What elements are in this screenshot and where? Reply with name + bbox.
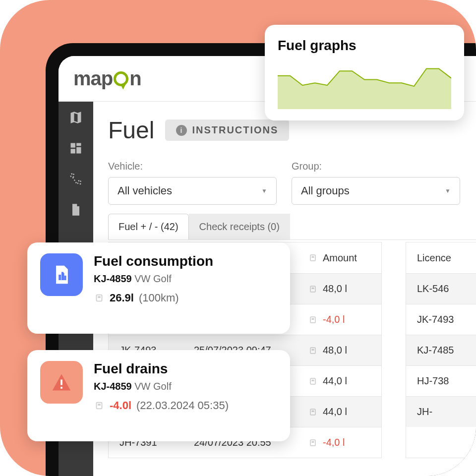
cell-amount: 48,0 l [297, 336, 381, 365]
svg-rect-13 [312, 441, 314, 442]
logo-o-icon [114, 71, 128, 86]
file-icon[interactable] [69, 203, 83, 217]
chip-icon [308, 253, 318, 263]
svg-rect-3 [312, 287, 314, 289]
cell-licence: JK-7493 [406, 305, 476, 334]
logo: map n [73, 67, 141, 90]
fuel-graph [278, 61, 451, 109]
vehicle-select-value: All vehicles [118, 184, 172, 197]
th-amount: Amount [297, 243, 381, 273]
logo-text-post: n [129, 67, 141, 90]
tab-fuel-pm[interactable]: Fuel + / - (42) [108, 214, 189, 239]
dashboard-icon[interactable] [69, 141, 83, 155]
table-licences: Licence LK-546JK-7493KJ-7485HJ-738JH- [406, 242, 476, 458]
svg-rect-9 [312, 379, 314, 381]
page-title-row: Fuel i INSTRUCTIONS [108, 117, 476, 144]
fd-licence: KJ-4859 [94, 381, 132, 392]
fuel-graphs-title: Fuel graphs [278, 38, 451, 54]
fd-extra: (22.03.2024 05:35) [136, 399, 229, 412]
vehicle-filter-label: Vehicle: [108, 161, 277, 172]
tabs: Fuel + / - (42) Check receipts (0) [108, 214, 476, 240]
chip-icon [94, 293, 105, 303]
cell-amount: -4,0 l [297, 428, 381, 457]
svg-rect-22 [60, 380, 62, 385]
group-filter-label: Group: [292, 161, 460, 172]
table-row[interactable]: JH- [406, 396, 476, 427]
th-licence-2: Licence [406, 243, 476, 273]
fd-metric: -4.0l (22.03.2024 05:35) [94, 399, 229, 412]
fd-title: Fuel drains [94, 361, 229, 377]
fc-title: Fuel consumption [94, 253, 213, 269]
cell-licence: KJ-7485 [406, 336, 476, 365]
cell-amount: 44,0 l [297, 397, 381, 426]
svg-rect-23 [60, 387, 62, 389]
filters: Vehicle: All vehicles ▼ Group: All group… [108, 161, 476, 205]
stage: map n Fuel [0, 0, 476, 476]
fc-vehicle: VW Golf [134, 273, 171, 284]
svg-rect-25 [98, 404, 101, 406]
cell-licence: LK-546 [406, 274, 476, 303]
vehicle-filter: Vehicle: All vehicles ▼ [108, 161, 277, 205]
chip-icon [308, 407, 318, 417]
fd-value: -4.0l [110, 399, 131, 412]
info-icon: i [176, 125, 187, 136]
chip-icon [308, 315, 318, 325]
chevron-down-icon: ▼ [261, 187, 267, 194]
svg-rect-21 [98, 296, 101, 298]
svg-rect-18 [61, 272, 63, 281]
instructions-button[interactable]: i INSTRUCTIONS [165, 119, 289, 141]
chip-icon [94, 400, 105, 411]
svg-rect-11 [312, 410, 314, 412]
cell-amount: -4,0 l [297, 305, 381, 334]
fuel-drains-card: Fuel drains KJ-4859 VW Golf -4.0l (22.03… [27, 350, 290, 441]
instructions-label: INSTRUCTIONS [192, 124, 278, 136]
svg-rect-17 [59, 275, 61, 280]
card-body: Fuel consumption KJ-4859 VW Golf 26.9l (… [94, 253, 213, 304]
cell-licence: JH- [406, 397, 476, 426]
route-icon[interactable] [69, 172, 83, 186]
table-row[interactable]: LK-546 [406, 273, 476, 304]
cell-licence: HJ-738 [406, 366, 476, 396]
group-select[interactable]: All groups ▼ [292, 177, 460, 205]
card-body: Fuel drains KJ-4859 VW Golf -4.0l (22.03… [94, 361, 229, 412]
table-row[interactable]: JK-7493 [406, 304, 476, 335]
cell-amount: 48,0 l [297, 274, 381, 303]
group-select-value: All groups [301, 184, 350, 197]
chevron-down-icon: ▼ [445, 187, 451, 194]
page-title: Fuel [108, 117, 154, 144]
chip-icon [308, 376, 318, 386]
vehicle-select[interactable]: All vehicles ▼ [108, 177, 277, 205]
alert-icon [40, 361, 83, 404]
fc-licence: KJ-4859 [94, 273, 132, 284]
fc-extra: (100km) [139, 292, 179, 304]
bar-chart-icon [40, 253, 83, 296]
table-row[interactable]: HJ-738 [406, 365, 476, 396]
fd-vehicle: VW Golf [134, 381, 171, 392]
svg-rect-5 [312, 318, 314, 319]
svg-rect-19 [64, 276, 66, 280]
logo-text-pre: map [73, 67, 113, 90]
fd-sub: KJ-4859 VW Golf [94, 381, 229, 392]
chip-icon [308, 438, 318, 448]
fuel-graphs-card: Fuel graphs [265, 25, 464, 120]
svg-rect-1 [312, 256, 314, 258]
fc-metric: 26.9l (100km) [94, 292, 213, 304]
chip-icon [308, 284, 318, 294]
group-filter: Group: All groups ▼ [292, 161, 460, 205]
fuel-consumption-card: Fuel consumption KJ-4859 VW Golf 26.9l (… [27, 242, 290, 334]
table-row[interactable]: KJ-7485 [406, 335, 476, 365]
map-icon[interactable] [69, 111, 83, 124]
fc-sub: KJ-4859 VW Golf [94, 273, 213, 285]
chip-icon [308, 346, 318, 356]
svg-rect-7 [312, 349, 314, 350]
tab-receipts[interactable]: Check receipts (0) [189, 214, 290, 239]
fc-value: 26.9l [110, 292, 134, 304]
cell-amount: 44,0 l [297, 366, 381, 396]
